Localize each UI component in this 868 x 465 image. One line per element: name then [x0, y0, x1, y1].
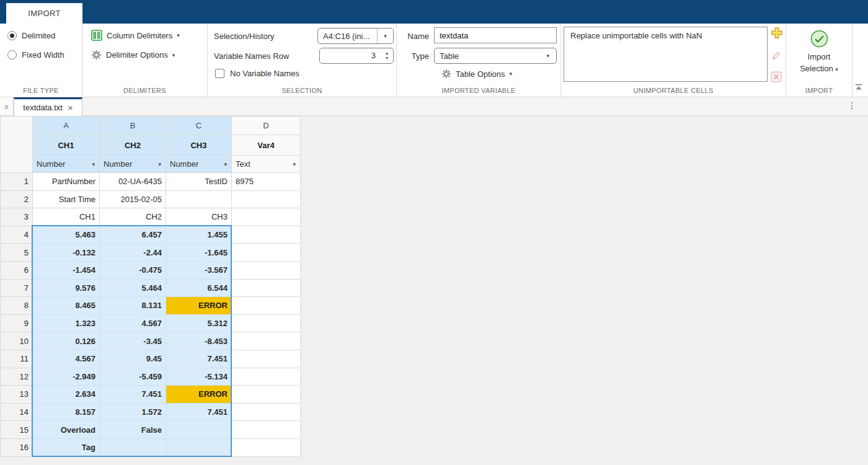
row-number[interactable]: 14 [1, 403, 33, 421]
row-number[interactable]: 4 [1, 226, 33, 244]
document-tab[interactable]: textdata.txt × [14, 97, 82, 116]
radio-fixed-width[interactable]: Fixed Width [7, 50, 64, 60]
cell[interactable] [232, 244, 301, 262]
row-number[interactable]: 1 [1, 173, 33, 191]
delete-rule-button[interactable] [770, 71, 786, 86]
column-header-b[interactable]: B [100, 117, 166, 135]
tab-import[interactable]: IMPORT [6, 3, 82, 24]
column-type-dropdown[interactable]: Text▾ [232, 156, 301, 173]
cell[interactable]: 8.465 [33, 297, 100, 315]
cell[interactable]: 5.312 [166, 314, 232, 332]
variable-name-ch2[interactable]: CH2 [100, 135, 166, 156]
cell[interactable]: -1.454 [33, 261, 100, 279]
type-combo[interactable]: Table ▾ [434, 48, 557, 64]
cell[interactable]: -3.567 [166, 261, 232, 279]
cell[interactable]: 1.323 [33, 314, 100, 332]
cell[interactable] [100, 438, 166, 456]
cell[interactable] [232, 314, 301, 332]
cell[interactable]: -8.453 [166, 332, 232, 350]
cell[interactable]: 7.451 [100, 386, 166, 404]
cell[interactable]: -1.645 [166, 244, 232, 262]
column-type-dropdown[interactable]: Number▾ [166, 156, 232, 173]
row-number[interactable]: 5 [1, 244, 33, 262]
cell[interactable] [232, 386, 301, 404]
radio-unselected-icon[interactable] [7, 50, 17, 60]
cell[interactable]: Tag [33, 438, 100, 456]
cell[interactable] [232, 438, 301, 456]
column-header-a[interactable]: A [33, 117, 100, 135]
cell[interactable]: 6.544 [166, 279, 232, 297]
cell[interactable]: 1.455 [166, 226, 232, 244]
cell[interactable]: 0.126 [33, 332, 100, 350]
cell[interactable] [166, 190, 232, 208]
checkbox-unchecked-icon[interactable] [215, 69, 224, 78]
cell[interactable]: 02-UA-6435 [100, 173, 166, 191]
cell[interactable]: False [100, 421, 166, 439]
cell[interactable]: -3.45 [100, 332, 166, 350]
row-number[interactable]: 2 [1, 190, 33, 208]
column-type-dropdown[interactable]: Number▾ [33, 156, 100, 173]
cell[interactable] [232, 350, 301, 368]
row-number[interactable]: 13 [1, 386, 33, 404]
combo-dropdown-button[interactable]: ▾ [377, 29, 393, 43]
cell[interactable]: 4.567 [100, 314, 166, 332]
cell[interactable]: 2015-02-05 [100, 190, 166, 208]
combo-dropdown-button[interactable]: ▾ [540, 48, 556, 63]
cell[interactable] [166, 438, 232, 456]
add-rule-button[interactable] [770, 26, 786, 42]
radio-delimited[interactable]: Delimited [7, 31, 55, 40]
radio-selected-icon[interactable] [7, 31, 17, 40]
no-variable-names-option[interactable]: No Variable Names [215, 69, 299, 78]
edit-rule-button[interactable] [770, 49, 786, 64]
spinner-arrows[interactable]: ▲ ▼ [381, 48, 393, 63]
cell[interactable]: 1.572 [100, 403, 166, 421]
cell[interactable]: Overload [33, 421, 100, 439]
cell[interactable]: -0.132 [33, 244, 100, 262]
column-header-d[interactable]: D [232, 117, 301, 135]
cell[interactable] [232, 279, 301, 297]
column-header-c[interactable]: C [166, 117, 232, 135]
row-number[interactable]: 10 [1, 332, 33, 350]
cell[interactable]: CH2 [100, 208, 166, 226]
variable-names-row-spinner[interactable]: 3 ▲ ▼ [319, 48, 394, 64]
tab-overflow-button[interactable]: ⋮ [848, 100, 856, 110]
row-number[interactable]: 3 [1, 208, 33, 226]
cell[interactable]: CH3 [166, 208, 232, 226]
cell[interactable]: 4.567 [33, 350, 100, 368]
cell[interactable]: CH1 [33, 208, 100, 226]
cell[interactable]: -2.44 [100, 244, 166, 262]
spinner-down-icon[interactable]: ▼ [385, 56, 389, 61]
cell[interactable]: 9.45 [100, 350, 166, 368]
cell[interactable]: 8.157 [33, 403, 100, 421]
row-number[interactable]: 16 [1, 438, 33, 456]
variable-name-ch1[interactable]: CH1 [33, 135, 100, 156]
spinner-up-icon[interactable]: ▲ [385, 51, 389, 56]
close-icon[interactable]: × [68, 103, 73, 112]
delimiter-options-button[interactable]: Delimiter Options ▾ [91, 50, 175, 60]
row-number[interactable]: 6 [1, 261, 33, 279]
cell[interactable]: ERROR [166, 297, 232, 315]
cell[interactable] [232, 421, 301, 439]
cell[interactable]: 5.464 [100, 279, 166, 297]
row-number[interactable]: 8 [1, 297, 33, 315]
row-number[interactable]: 9 [1, 314, 33, 332]
cell[interactable]: Start Time [33, 190, 100, 208]
cell[interactable] [166, 421, 232, 439]
cell[interactable]: 5.463 [33, 226, 100, 244]
cell[interactable] [232, 208, 301, 226]
row-number[interactable]: 15 [1, 421, 33, 439]
cell[interactable] [232, 226, 301, 244]
table-options-button[interactable]: Table Options ▾ [441, 69, 512, 79]
cell[interactable]: -0.475 [100, 261, 166, 279]
cell[interactable] [232, 261, 301, 279]
cell[interactable] [232, 403, 301, 421]
row-number[interactable]: 7 [1, 279, 33, 297]
name-input[interactable] [434, 27, 557, 43]
column-type-dropdown[interactable]: Number▾ [100, 156, 166, 173]
import-selection-button[interactable]: Import Selection ▾ [786, 24, 852, 97]
cell[interactable]: 6.457 [100, 226, 166, 244]
cell[interactable]: 8.131 [100, 297, 166, 315]
cell[interactable] [232, 190, 301, 208]
cell[interactable]: ERROR [166, 386, 232, 404]
cell[interactable]: -2.949 [33, 368, 100, 386]
